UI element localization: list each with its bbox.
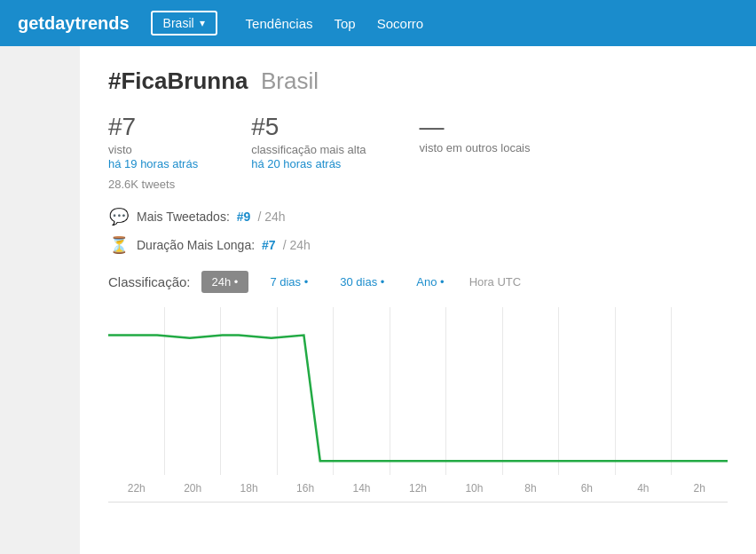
chart-label-16h: 16h <box>277 482 333 495</box>
stats-row: #7 visto há 19 horas atrás #5 classifica… <box>108 113 728 170</box>
logo: getdaytrends <box>18 13 130 34</box>
hourglass-icon: ⏳ <box>108 235 130 255</box>
chart-label-18h: 18h <box>221 482 277 495</box>
logo-day: day <box>44 13 75 33</box>
chart-svg <box>108 307 728 475</box>
chart-label-22h: 22h <box>108 482 164 495</box>
chart-label-20h: 20h <box>164 482 220 495</box>
high-label: classificação mais alta <box>251 143 366 156</box>
trend-location: Brasil <box>255 67 319 94</box>
tweet-icon: 💬 <box>108 207 130 226</box>
content-area: #FicaBrunna Brasil #7 visto há 19 horas … <box>80 46 756 524</box>
logo-trends: trends <box>75 13 129 33</box>
badge-label-1: Duração Mais Longa: <box>137 238 255 252</box>
badges-section: 💬 Mais Tweetados: #9 / 24h ⏳ Duração Mai… <box>108 207 728 255</box>
badge-label-0: Mais Tweetados: <box>137 210 230 224</box>
btn-ano[interactable]: Ano • <box>406 271 454 293</box>
main-content: #FicaBrunna Brasil #7 visto há 19 horas … <box>0 46 756 554</box>
stat-high: #5 classificação mais alta há 20 horas a… <box>251 113 366 170</box>
nav-socorro[interactable]: Socorro <box>377 16 424 31</box>
sidebar <box>0 46 80 554</box>
nav-top[interactable]: Top <box>335 16 356 31</box>
btn-24h[interactable]: 24h • <box>201 271 249 293</box>
chart-label-2h: 2h <box>672 482 728 495</box>
chart-label-12h: 12h <box>390 482 445 495</box>
chart-container: 22h 20h 18h 16h 14h 12h 10h 8h 6h 4h 2h <box>108 307 728 503</box>
badge-rank-1[interactable]: #7 <box>262 238 276 252</box>
header: getdaytrends Brasil Tendências Top Socor… <box>0 0 756 46</box>
badge-rank-0[interactable]: #9 <box>237 210 251 224</box>
badge-period-1: / 24h <box>283 238 311 252</box>
main-nav: Tendências Top Socorro <box>246 16 424 31</box>
logo-get: get <box>18 13 44 33</box>
chart-labels: 22h 20h 18h 16h 14h 12h 10h 8h 6h 4h 2h <box>108 475 728 502</box>
current-label: visto <box>108 143 198 156</box>
chart-label-14h: 14h <box>334 482 390 495</box>
high-rank: #5 <box>251 113 366 141</box>
classification-label: Classificação: <box>108 274 191 289</box>
hora-utc-label: Hora UTC <box>469 275 522 289</box>
brasil-dropdown-button[interactable]: Brasil <box>151 11 217 36</box>
btn-30dias[interactable]: 30 dias • <box>329 271 395 293</box>
badge-mais-tweetados: 💬 Mais Tweetados: #9 / 24h <box>108 207 728 226</box>
high-time-link[interactable]: há 20 horas atrás <box>251 157 341 170</box>
chart-label-6h: 6h <box>559 482 615 495</box>
other-label: visto em outros locais <box>420 141 531 154</box>
badge-duracao: ⏳ Duração Mais Longa: #7 / 24h <box>108 235 728 255</box>
stat-other: — visto em outros locais <box>420 113 531 170</box>
chart-label-4h: 4h <box>615 482 671 495</box>
trend-hashtag: #FicaBrunna <box>108 67 248 94</box>
chart-label-8h: 8h <box>502 482 558 495</box>
badge-period-0: / 24h <box>257 210 285 224</box>
btn-7dias[interactable]: 7 dias • <box>259 271 319 293</box>
other-dash: — <box>420 113 531 141</box>
classification-row: Classificação: 24h • 7 dias • 30 dias • … <box>108 271 728 293</box>
stat-current: #7 visto há 19 horas atrás <box>108 113 198 170</box>
current-time-link[interactable]: há 19 horas atrás <box>108 157 198 170</box>
tweets-count: 28.6K tweets <box>108 178 728 191</box>
nav-tendencias[interactable]: Tendências <box>246 16 313 31</box>
current-rank: #7 <box>108 113 198 141</box>
chart-label-10h: 10h <box>446 482 502 495</box>
page-title: #FicaBrunna Brasil <box>108 67 728 95</box>
